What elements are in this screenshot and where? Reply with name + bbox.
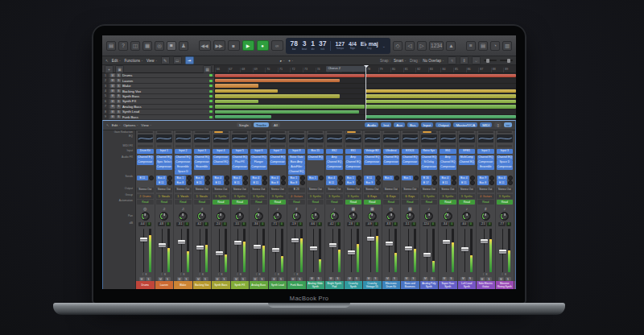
volume-fader[interactable] <box>216 251 223 255</box>
eq-thumbnail[interactable] <box>401 134 419 144</box>
eq-thumbnail[interactable] <box>363 134 382 144</box>
output-slot[interactable]: Stereo Out <box>231 188 250 194</box>
control-bar-mid-button[interactable]: ▲ <box>446 41 456 51</box>
send-slot[interactable]: Bus 1 <box>402 176 419 180</box>
control-bar-mid-button[interactable]: 1234 <box>429 41 444 51</box>
mixer-view-button[interactable]: Single <box>237 122 251 127</box>
send-level-knob[interactable] <box>357 180 361 185</box>
audio-region[interactable]: Backing Vocal2 <box>365 89 516 93</box>
send-slot[interactable]: Bus 8 <box>477 180 494 185</box>
audio-fx-plugin-slot[interactable]: Space D <box>497 160 514 165</box>
eq-thumbnail[interactable] <box>477 134 495 144</box>
automation-mode-slot[interactable]: Read <box>363 200 382 205</box>
pan-knob[interactable] <box>197 212 206 221</box>
tracks-menu[interactable]: View⌄ <box>147 59 158 63</box>
input-slot[interactable]: Input 3 <box>193 149 212 155</box>
audio-fx-plugin-slot[interactable]: Ensemble <box>194 165 211 170</box>
group-slot[interactable]: 1: Vocals <box>193 194 212 200</box>
send-level-knob[interactable] <box>319 176 324 180</box>
mixer-strip-view-button[interactable]: ▭ <box>504 122 512 127</box>
input-slot[interactable]: Input 2 <box>174 149 192 155</box>
pan-knob[interactable] <box>481 212 490 221</box>
input-monitor-record-buttons[interactable]: I R <box>180 274 186 276</box>
group-slot[interactable]: 4: Guitars <box>477 194 495 200</box>
send-slot[interactable]: B 11 <box>497 180 514 185</box>
output-slot[interactable]: Stereo Out <box>269 188 287 194</box>
control-bar-button[interactable]: ◫ <box>130 41 140 51</box>
send-level-knob[interactable] <box>394 176 399 180</box>
audio-region[interactable]: Acoustic Drums <box>365 74 516 77</box>
send-slot[interactable]: B 11 <box>250 180 267 185</box>
input-slot[interactable]: Input 3 <box>496 149 514 155</box>
zoom-button[interactable]: ≈ <box>448 56 456 64</box>
volume-fader[interactable] <box>254 245 261 249</box>
mixer-view-button[interactable]: Tracks <box>254 122 269 127</box>
channel-name[interactable]: Crunchy Vintage 55 <box>363 281 382 289</box>
audio-fx-plugin-slot[interactable]: Channel EQ <box>477 155 494 160</box>
output-slot[interactable]: Stereo Out <box>174 188 192 194</box>
track-solo-button[interactable]: S <box>117 94 122 98</box>
audio-fx-plugin-slot[interactable]: Bass Amp <box>288 160 305 165</box>
send-slot[interactable]: B 11 <box>194 180 211 185</box>
input-monitor-record-buttons[interactable]: I R <box>256 274 262 276</box>
control-bar-button[interactable]: ▤ <box>106 41 116 51</box>
eq-thumbnail[interactable] <box>496 134 514 144</box>
send-slot[interactable]: B 11 <box>156 180 173 185</box>
mixer-filter-button[interactable]: Output <box>436 122 451 127</box>
send-slot[interactable]: Bus 1 <box>288 176 305 180</box>
output-slot[interactable]: B 23 <box>287 188 306 194</box>
group-slot[interactable]: 1: Vocals <box>174 194 192 200</box>
audio-fx-plugin-slot[interactable]: Compressor <box>232 165 249 170</box>
mixer-pointer-icon[interactable]: ↖ <box>106 123 109 127</box>
audio-fx-plugin-slot[interactable]: Channel EQ <box>497 155 514 160</box>
automation-mode-slot[interactable]: Read <box>287 200 306 205</box>
audio-fx-plugin-slot[interactable]: Ensemble <box>175 165 192 170</box>
pan-knob[interactable] <box>444 212 452 221</box>
input-slot[interactable]: Input 1 <box>477 149 495 155</box>
playhead[interactable] <box>365 65 366 120</box>
audio-fx-plugin-slot[interactable]: Phat FX <box>232 160 249 165</box>
channel-name[interactable]: Backing Vox <box>193 281 212 289</box>
audio-fx-plugin-slot[interactable]: Spec Select <box>156 160 173 165</box>
input-monitor-record-buttons[interactable]: I R <box>237 274 242 276</box>
send-slot[interactable]: Bus 4 <box>270 176 287 180</box>
pan-knob[interactable] <box>368 212 377 221</box>
eq-thumbnail[interactable] <box>193 134 212 144</box>
group-slot[interactable]: 3: Synths <box>420 194 439 200</box>
audio-region[interactable] <box>215 100 258 103</box>
channel-name[interactable]: Analog Poly Synth <box>420 281 439 289</box>
audio-fx-plugin-slot[interactable]: Compressor <box>270 160 287 165</box>
send-level-knob[interactable] <box>205 180 210 185</box>
send-slot[interactable]: Bus 4 <box>232 176 249 180</box>
track-solo-button[interactable]: S <box>117 110 122 114</box>
audio-fx-plugin-slot[interactable]: St Delay <box>421 160 438 165</box>
channel-name[interactable]: Drums <box>136 281 155 289</box>
eq-thumbnail[interactable] <box>458 134 477 144</box>
track-mute-button[interactable]: M <box>110 105 115 109</box>
volume-fader[interactable] <box>443 240 450 244</box>
send-slot[interactable]: Bus 1 <box>383 176 400 180</box>
pan-knob[interactable] <box>500 212 509 221</box>
send-slot[interactable]: Bus 9 <box>364 180 381 185</box>
channel-name[interactable]: Lauren <box>155 281 174 289</box>
send-slot[interactable]: B 11 <box>364 176 381 180</box>
mixer-view-button[interactable]: All <box>271 122 280 127</box>
mixer-filter-button[interactable]: Input <box>421 122 434 127</box>
group-slot[interactable]: 3: Synths <box>212 194 230 200</box>
group-slot[interactable]: 3: Synths <box>307 194 325 200</box>
output-slot[interactable]: Stereo Out <box>458 188 477 194</box>
output-slot[interactable]: Stereo Out <box>325 188 344 194</box>
audio-region[interactable] <box>215 89 278 93</box>
mixer-filter-button[interactable]: Bus <box>407 122 419 127</box>
automation-mode-slot[interactable]: Read <box>231 200 250 205</box>
send-level-knob[interactable] <box>187 180 192 185</box>
volume-fader[interactable] <box>386 242 393 246</box>
channel-name[interactable]: Analog Glide Synth <box>307 281 325 289</box>
track-mute-button[interactable]: M <box>110 94 115 98</box>
input-monitor-record-buttons[interactable]: I R <box>275 274 280 276</box>
audio-fx-plugin-slot[interactable]: AutoFilter <box>288 165 305 170</box>
pan-knob[interactable] <box>292 212 301 221</box>
volume-fader[interactable] <box>272 248 279 252</box>
mixer-strip-view-button[interactable]: ▯ <box>494 122 501 127</box>
audio-fx-plugin-slot[interactable]: Channel EQ <box>345 160 362 165</box>
